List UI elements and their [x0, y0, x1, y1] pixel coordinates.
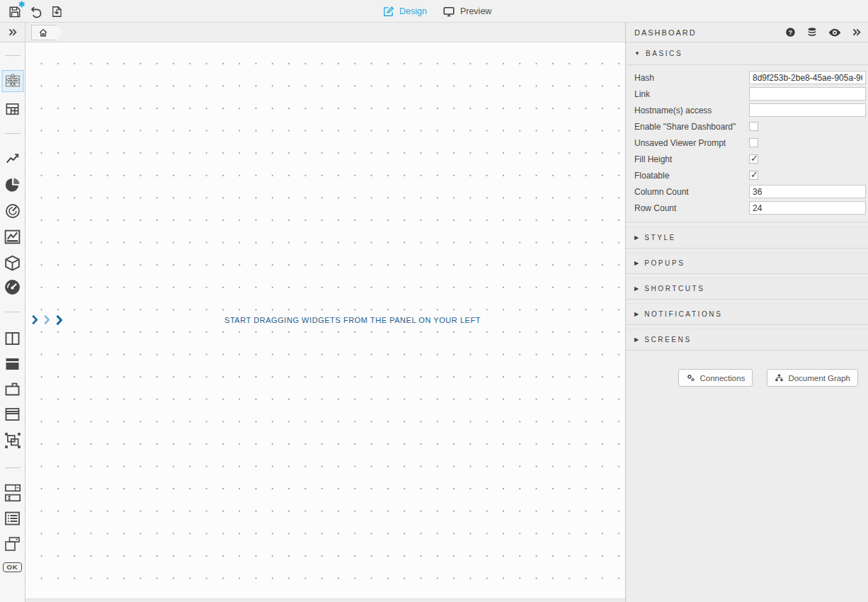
section-basics-label: BASICS: [646, 50, 683, 57]
home-icon: [38, 28, 48, 38]
sparkline-chart-icon: [4, 228, 21, 246]
sidebar-item-header-panel[interactable]: [3, 404, 23, 424]
svg-text:?: ?: [789, 29, 792, 36]
cube-3d-icon: [4, 254, 21, 272]
ok-button-icon: OK: [3, 562, 21, 572]
dashboard-designer-app: ✱ Design Preview: [0, 0, 868, 602]
save-button[interactable]: ✱: [6, 3, 23, 20]
breadcrumb-home[interactable]: [31, 25, 64, 40]
connections-button-label: Connections: [699, 374, 745, 382]
field-label: Fill Height: [634, 154, 749, 164]
collapse-panel-button[interactable]: [852, 28, 861, 36]
section-popups-label: POPUPS: [644, 259, 685, 267]
field-row-floatable: Floatable: [634, 167, 865, 183]
triangle-right-icon: ▶: [634, 311, 639, 317]
sidebar-item-ok-button[interactable]: OK: [3, 561, 23, 574]
help-button[interactable]: ?: [785, 27, 796, 38]
help-icon: ?: [785, 27, 796, 38]
section-notifications[interactable]: ▶ NOTIFICATIONS: [626, 303, 868, 325]
visibility-button[interactable]: [828, 28, 841, 38]
line-chart-icon: [4, 151, 21, 166]
floatable-checkbox[interactable]: [749, 171, 758, 180]
field-label: Enable "Share Dashboard": [634, 122, 749, 132]
sidebar-item-group-selection[interactable]: [3, 431, 23, 450]
sidebar-item-3d-cube[interactable]: [3, 253, 23, 273]
share-dashboard-checkbox[interactable]: [749, 122, 758, 131]
panel-header: DASHBOARD ?: [626, 23, 868, 42]
unsaved-viewer-prompt-checkbox[interactable]: [749, 138, 758, 147]
section-screens[interactable]: ▶ SCREENS: [626, 329, 868, 351]
triangle-right-icon: ▶: [634, 260, 639, 266]
panel-buttons: Connections Document Graph: [626, 354, 868, 387]
triangle-right-icon: ▶: [634, 285, 639, 292]
columns-layout-icon: [4, 330, 21, 347]
dropdown-panel-icon: [4, 535, 21, 552]
tab-design[interactable]: Design: [382, 6, 427, 18]
horizontal-scrollbar[interactable]: [25, 598, 625, 602]
section-popups[interactable]: ▶ POPUPS: [626, 252, 868, 274]
empty-canvas-hint: START DRAGGING WIDGETS FROM THE PANEL ON…: [224, 316, 481, 324]
field-label: Link: [634, 89, 749, 99]
connections-button[interactable]: Connections: [678, 369, 753, 387]
sidebar-item-combobox-input[interactable]: [3, 482, 23, 506]
field-row-unsaved-viewer-prompt: Unsaved Viewer Prompt: [634, 135, 865, 151]
row-count-input[interactable]: [749, 201, 866, 215]
tab-design-label: Design: [399, 6, 427, 16]
section-shortcuts-label: SHORTCUTS: [644, 285, 704, 293]
sidebar-item-tab-container[interactable]: [3, 379, 23, 399]
pdf-document-icon: [50, 5, 63, 18]
section-screens-label: SCREENS: [644, 336, 692, 343]
column-count-input[interactable]: [749, 185, 866, 198]
undo-icon: [29, 5, 42, 18]
dashboard-canvas[interactable]: START DRAGGING WIDGETS FROM THE PANEL ON…: [25, 42, 625, 602]
export-pdf-button[interactable]: [48, 3, 65, 20]
datasource-button[interactable]: [806, 27, 818, 38]
group-selection-icon: [4, 431, 22, 450]
field-row-hash: Hash: [634, 69, 865, 86]
top-toolbar: ✱ Design Preview: [0, 0, 868, 23]
sidebar-item-speedometer[interactable]: [3, 277, 23, 297]
basics-fields: Hash Link Hostname(s) access Enable "Sha…: [626, 65, 868, 222]
unsaved-changes-badge: ✱: [18, 0, 25, 9]
hash-input[interactable]: [749, 71, 866, 84]
database-icon: [806, 27, 818, 38]
section-shortcuts[interactable]: ▶ SHORTCUTS: [626, 278, 868, 300]
combobox-input-icon: [4, 483, 22, 504]
section-notifications-label: NOTIFICATIONS: [644, 310, 722, 318]
tab-preview[interactable]: Preview: [442, 6, 491, 18]
link-input[interactable]: [749, 87, 866, 101]
sidebar-item-columns-layout[interactable]: [3, 329, 23, 348]
properties-panel: DASHBOARD ?: [625, 23, 868, 602]
sitemap-icon: [775, 373, 784, 382]
mode-tabs: Design Preview: [382, 0, 491, 23]
eye-icon: [828, 28, 841, 38]
double-chevron-right-icon: [852, 28, 861, 36]
sidebar-item-pie-chart[interactable]: [3, 175, 23, 195]
panel-title: DASHBOARD: [634, 28, 697, 37]
field-row-share-dashboard: Enable "Share Dashboard": [634, 118, 865, 135]
document-graph-button[interactable]: Document Graph: [767, 369, 858, 387]
tab-container-icon: [4, 380, 21, 397]
sidebar-item-pivot-table[interactable]: [3, 99, 23, 119]
sidebar-divider: [5, 467, 21, 468]
listbox-icon: [4, 510, 21, 527]
sidebar-item-table-widget[interactable]: [1, 70, 23, 92]
sidebar-item-sparkline-chart[interactable]: [3, 227, 23, 246]
sidebar-divider: [5, 55, 21, 56]
sidebar-item-listbox[interactable]: [3, 509, 23, 528]
hostname-access-input[interactable]: [749, 103, 866, 117]
double-chevron-right-icon: [8, 28, 17, 36]
undo-button[interactable]: [27, 3, 44, 20]
section-basics[interactable]: ▼ BASICS: [626, 42, 868, 65]
sidebar-item-line-chart[interactable]: [3, 149, 23, 169]
section-style[interactable]: ▶ STYLE: [626, 227, 868, 249]
sidebar-item-dropdown-panel[interactable]: [3, 534, 23, 554]
fill-height-checkbox[interactable]: [749, 154, 758, 164]
section-style-label: STYLE: [644, 234, 676, 242]
sidebar-item-radial-gauge[interactable]: [3, 201, 23, 221]
drag-direction-arrows: [31, 314, 64, 326]
widget-sidebar: OK: [0, 42, 25, 602]
filled-panel-icon: [4, 356, 21, 373]
expand-breadcrumb-button[interactable]: [0, 23, 25, 42]
sidebar-item-filled-panel[interactable]: [3, 354, 23, 374]
